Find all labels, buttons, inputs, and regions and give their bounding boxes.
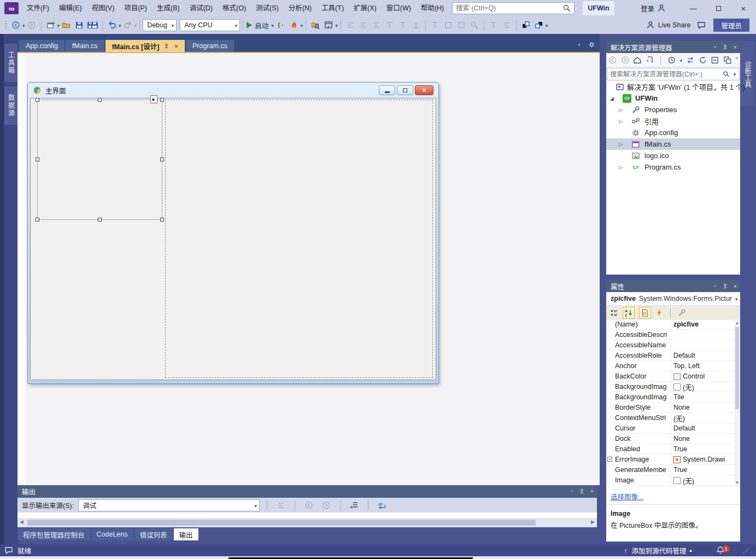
sxp-refresh-icon[interactable] [699, 56, 707, 65]
property-row[interactable]: AccessibleName [606, 340, 740, 351]
redo-icon[interactable] [122, 19, 134, 32]
menu-window[interactable]: 窗口(W) [382, 0, 416, 16]
sxp-search-input[interactable] [607, 71, 722, 78]
form-client-area[interactable] [30, 98, 436, 380]
sxp-search-box[interactable] [607, 68, 740, 80]
sxp-switch-views-icon[interactable] [686, 56, 695, 65]
sxp-sync-active-icon[interactable] [646, 56, 654, 65]
tree-row-references[interactable]: ▷ 引用 [606, 115, 740, 127]
output-pin-icon[interactable] [579, 488, 585, 494]
scroll-right-arrow[interactable]: ▶ [591, 519, 595, 525]
notification-badge[interactable]: 1 [723, 545, 730, 552]
live-share-button[interactable]: Live Share [646, 19, 691, 32]
scroll-left-arrow[interactable]: ◀ [20, 519, 24, 525]
resize-handle-sw[interactable] [36, 218, 39, 222]
property-row[interactable]: BackgroundImag(无) [606, 382, 740, 392]
menu-extensions[interactable]: 扩展(X) [349, 0, 382, 16]
toolbar-grip[interactable] [5, 20, 8, 30]
navigate-back-icon[interactable] [10, 19, 22, 32]
zoom-icon[interactable] [468, 19, 480, 32]
designed-form-window[interactable]: 主界面 × [27, 82, 439, 384]
sxp-back-icon[interactable] [608, 56, 617, 65]
toolbox-tab[interactable]: 工具箱 [4, 44, 17, 82]
feedback-bubble-icon[interactable] [4, 546, 13, 555]
save-icon[interactable] [73, 19, 85, 32]
select-image-link[interactable]: 选择图像... [611, 491, 643, 502]
scrollbar-thumb[interactable] [27, 520, 536, 526]
form-minimize-button[interactable] [379, 85, 395, 95]
tree-row-appconfig[interactable]: App.config [606, 127, 740, 138]
collapsed-arrow-icon[interactable]: ▷ [619, 142, 623, 147]
sxp-pending-dropdown[interactable] [680, 56, 683, 64]
menu-format[interactable]: 格式(O) [218, 0, 251, 16]
property-row[interactable]: Image(无) [606, 475, 740, 486]
start-debug-button[interactable]: 启动 [247, 19, 274, 32]
close-button[interactable]: × [731, 0, 756, 16]
property-row[interactable]: (Name)zpicfive [606, 319, 740, 330]
data-sources-tab[interactable]: 数据源 [4, 86, 17, 125]
solution-configuration-combo[interactable]: Debug [143, 19, 177, 31]
output-content[interactable] [17, 513, 597, 518]
quick-search-input[interactable] [453, 4, 562, 12]
tab-output[interactable]: 输出 [174, 528, 198, 540]
output-close-icon[interactable]: × [590, 488, 594, 494]
same-width-icon[interactable] [429, 19, 441, 32]
property-row[interactable]: GenerateMembeTrue [606, 465, 740, 475]
property-row[interactable]: BorderStyleNone [606, 403, 740, 413]
collapsed-arrow-icon[interactable]: ▷ [619, 107, 623, 113]
prev-message-icon[interactable] [303, 499, 315, 512]
resize-handle-e[interactable] [160, 158, 164, 161]
tree-row-fmain[interactable]: ▷ fMain.cs [606, 138, 740, 150]
menu-debug[interactable]: 调试(D) [185, 0, 218, 16]
output-find-icon[interactable] [275, 499, 287, 512]
resize-handle-w[interactable] [36, 158, 39, 161]
property-row[interactable]: AccessibleRoleDefault [606, 351, 740, 361]
sxp-search-dropdown[interactable] [730, 72, 739, 77]
word-wrap-icon[interactable] [376, 499, 388, 512]
property-pages-wrench-icon[interactable] [676, 307, 688, 319]
size-to-grid-icon[interactable] [455, 19, 467, 32]
menu-view[interactable]: 视图(V) [87, 0, 120, 16]
align-right-icon[interactable] [371, 19, 383, 32]
property-row[interactable]: ContextMenuStri(无) [606, 413, 740, 423]
profiler-flame-icon[interactable] [288, 19, 300, 32]
format-toolbar-grip[interactable] [339, 20, 342, 30]
properties-view-icon[interactable] [639, 307, 651, 319]
undo-dropdown[interactable] [119, 21, 121, 29]
resize-handle-s[interactable] [98, 218, 102, 222]
tree-row-logoico[interactable]: logo.ico [606, 150, 740, 161]
output-window-menu[interactable] [571, 488, 573, 494]
property-row[interactable]: CursorDefault [606, 423, 740, 434]
menu-file[interactable]: 文件(F) [22, 0, 54, 16]
next-message-icon[interactable] [320, 499, 332, 512]
resize-handle-se[interactable] [160, 218, 164, 222]
menu-project[interactable]: 项目(P) [119, 0, 152, 16]
doc-tab-program[interactable]: Program.cs [186, 40, 234, 52]
admin-button[interactable]: 管理员 [713, 19, 749, 32]
menu-tools[interactable]: 工具(T) [317, 0, 349, 16]
form-maximize-button[interactable] [397, 85, 413, 95]
object-selector-combo[interactable]: zpicfive System.Windows.Forms.Pictur [606, 292, 740, 306]
close-tab-icon[interactable] [174, 42, 178, 50]
doc-tab-fmain-code[interactable]: fMain.cs [66, 40, 104, 52]
new-dropdown[interactable] [57, 21, 60, 29]
menu-analyze[interactable]: 分析(N) [284, 0, 317, 16]
sxp-window-menu[interactable] [714, 44, 717, 50]
align-left-icon[interactable] [344, 19, 356, 32]
toolbar-overflow-1[interactable] [335, 21, 338, 29]
property-row[interactable]: BackColorControl [606, 371, 740, 382]
resize-handle-nw[interactable] [36, 98, 39, 102]
minimize-button[interactable]: — [681, 0, 706, 16]
menu-help[interactable]: 帮助(H) [416, 0, 449, 16]
alphabetical-sort-icon[interactable] [623, 307, 635, 319]
resize-handle-ne[interactable] [160, 98, 164, 102]
new-project-icon[interactable] [45, 19, 57, 32]
solution-context-chip[interactable]: UFWin [583, 1, 614, 15]
properties-close-icon[interactable]: × [734, 283, 737, 289]
smart-tag-button[interactable] [150, 95, 157, 103]
expanded-arrow-icon[interactable]: ◢ [610, 96, 614, 101]
menu-build[interactable]: 生成(B) [152, 0, 185, 16]
search-icon[interactable] [562, 4, 571, 13]
sxp-pin-icon[interactable] [722, 44, 728, 50]
send-to-back-icon[interactable] [533, 19, 545, 32]
